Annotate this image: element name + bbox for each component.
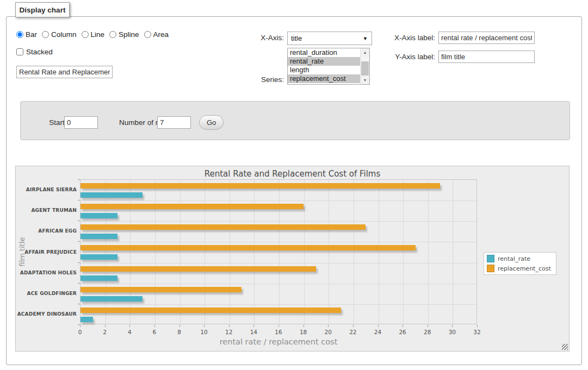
grid-line-vertical xyxy=(329,180,329,324)
grid-line-horizontal xyxy=(81,242,476,242)
stacked-label: Stacked xyxy=(26,48,53,56)
series-option-rental_duration[interactable]: rental_duration xyxy=(288,48,360,57)
bar-rental_rate-agent-truman xyxy=(81,213,117,218)
legend-label: rental_rate xyxy=(498,255,530,262)
scroll-down-icon[interactable]: ▼ xyxy=(361,76,369,84)
chart-type-option-area[interactable]: Area xyxy=(144,30,169,39)
grid-line-vertical xyxy=(155,180,156,324)
chart-type-option-line[interactable]: Line xyxy=(82,30,105,39)
resize-handle-icon[interactable] xyxy=(562,344,568,350)
grid-line-horizontal xyxy=(81,284,476,284)
chart-type-option-column[interactable]: Column xyxy=(42,30,77,39)
y-axis-tick-mark xyxy=(78,221,80,221)
x-axis-tick-label: 18 xyxy=(295,329,312,335)
grid-line-vertical xyxy=(403,180,404,324)
grid-line-vertical xyxy=(453,180,453,324)
x-axis-tick-mark xyxy=(253,325,254,327)
x-axis-tick-label: 14 xyxy=(245,329,262,335)
bar-rental_rate-african-egg xyxy=(81,234,117,239)
chart-container: Rental Rate and Replacement Cost of Film… xyxy=(15,166,570,352)
bar-replacement_cost-ace-goldfinger xyxy=(81,287,242,292)
grid-line-vertical xyxy=(279,180,280,324)
x-axis-tick-mark xyxy=(204,325,205,327)
category-label: AGENT TRUMAN xyxy=(16,208,77,213)
x-axis-label-field-label: X-Axis label: xyxy=(368,34,435,42)
bar-rental_rate-academy-dinosaur xyxy=(81,317,93,322)
x-axis-tick-mark xyxy=(328,325,329,327)
fieldset-legend-title: Display chart xyxy=(15,2,70,17)
chart-type-radio-bar[interactable] xyxy=(16,31,23,38)
y-axis-tick-mark xyxy=(78,241,80,242)
x-axis-tick-label: 8 xyxy=(171,329,188,335)
go-button[interactable]: Go xyxy=(199,115,224,130)
x-axis-tick-mark xyxy=(180,325,180,327)
chart-type-radio-line[interactable] xyxy=(82,31,89,38)
number-of-rows-input[interactable] xyxy=(157,116,191,129)
legend-swatch-rental_rate xyxy=(487,255,494,262)
stacked-checkbox-row[interactable]: Stacked xyxy=(16,48,53,56)
chart-type-option-spline[interactable]: Spline xyxy=(109,30,139,39)
x-axis-tick-label: 12 xyxy=(221,329,237,335)
stacked-checkbox[interactable] xyxy=(16,48,23,55)
legend-item-replacement_cost: replacement_cost xyxy=(487,265,551,272)
grid-line-vertical xyxy=(379,180,379,324)
y-axis-tick-mark xyxy=(78,262,80,263)
category-label: ACADEMY DINOSAUR xyxy=(16,311,77,317)
y-axis-tick-mark xyxy=(78,179,80,180)
x-axis-tick-mark xyxy=(105,325,106,327)
series-option-rental_rate[interactable]: rental_rate xyxy=(288,57,360,66)
start-row-input[interactable] xyxy=(64,116,98,129)
x-axis-tick-mark xyxy=(452,325,453,327)
series-options: rental_durationrental_ratelengthreplacem… xyxy=(288,48,360,84)
chart-type-option-label: Area xyxy=(153,30,169,39)
x-axis-tick-mark xyxy=(428,325,428,327)
category-label: AFFAIR PREJUDICE xyxy=(16,249,77,255)
chart-x-axis-title: rental rate / replacement cost xyxy=(80,337,477,346)
grid-line-horizontal xyxy=(81,263,476,264)
x-axis-select[interactable]: title ▼ xyxy=(287,32,372,45)
x-axis-tick-label: 0 xyxy=(72,329,88,335)
scrollbar-thumb[interactable] xyxy=(361,61,369,76)
y-axis-label-input[interactable] xyxy=(438,51,535,63)
category-label: AIRPLANE SIERRA xyxy=(16,187,77,192)
x-axis-tick-mark xyxy=(477,325,478,327)
bar-replacement_cost-agent-truman xyxy=(81,204,304,209)
grid-line-horizontal xyxy=(81,200,476,201)
x-axis-tick-mark xyxy=(278,325,279,327)
x-axis-tick-mark xyxy=(229,325,230,327)
series-option-replacement_cost[interactable]: replacement_cost xyxy=(288,74,360,83)
x-axis-tick-mark xyxy=(304,325,304,327)
x-axis-tick-mark xyxy=(353,325,354,327)
x-axis-select-label: X-Axis: xyxy=(228,34,284,42)
chart-type-option-bar[interactable]: Bar xyxy=(16,30,37,39)
grid-line-vertical xyxy=(428,180,429,324)
bar-replacement_cost-airplane-sierra xyxy=(81,183,440,189)
x-axis-tick-label: 16 xyxy=(270,329,287,335)
category-label: ADAPTATION HOLES xyxy=(16,270,77,275)
y-axis-tick-mark xyxy=(78,304,80,304)
x-axis-tick-label: 6 xyxy=(146,329,163,335)
x-axis-tick-label: 28 xyxy=(419,329,436,335)
display-chart-page: Display chart BarColumnLineSplineArea St… xyxy=(0,0,588,370)
chart-title-input[interactable] xyxy=(16,66,113,78)
grid-line-vertical xyxy=(106,180,106,324)
chart-type-radio-spline[interactable] xyxy=(109,31,116,38)
x-axis-tick-mark xyxy=(129,325,130,327)
bar-rental_rate-adaptation-holes xyxy=(81,275,117,281)
series-option-length[interactable]: length xyxy=(288,66,360,74)
x-axis-tick-mark xyxy=(80,325,81,327)
chart-type-option-label: Column xyxy=(51,30,77,39)
x-axis-tick-label: 10 xyxy=(196,329,212,335)
series-listbox[interactable]: rental_durationrental_ratelengthreplacem… xyxy=(287,48,370,85)
chart-type-radio-area[interactable] xyxy=(144,31,151,38)
x-axis-tick-mark xyxy=(378,325,379,327)
y-axis-tick-mark xyxy=(78,200,80,200)
x-axis-label-input[interactable] xyxy=(438,32,535,44)
series-list-label: Series: xyxy=(228,76,284,84)
grid-line-vertical xyxy=(180,180,181,324)
chart-type-radio-column[interactable] xyxy=(42,31,49,38)
y-axis-tick-mark xyxy=(78,283,80,284)
x-axis-tick-label: 32 xyxy=(469,329,485,335)
x-axis-tick-mark xyxy=(403,325,403,327)
chart-plot-area xyxy=(80,179,477,324)
